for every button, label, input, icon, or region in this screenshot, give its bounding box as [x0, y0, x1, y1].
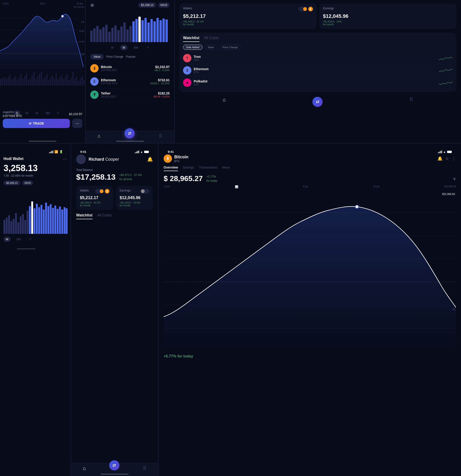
svg-rect-67: [132, 21, 135, 42]
btc-time-2: 6 pm: [303, 185, 308, 188]
total-balance-change: +$4,972.2 · 37.4% for all time: [119, 173, 142, 181]
earnings-card: Earnings $12,045.96 +$1,534.6 · 14% for …: [319, 3, 457, 29]
candle-icon[interactable]: 📊: [235, 185, 238, 188]
mini-bar-chart: [3, 187, 67, 234]
filter-value-btn[interactable]: Value: [205, 45, 217, 50]
tab-overview[interactable]: Overview: [164, 166, 178, 171]
svg-rect-55: [96, 26, 99, 42]
svg-rect-95: [41, 205, 42, 234]
eth-watchlist-info: Ethereum ETH: [194, 67, 439, 74]
tab-news[interactable]: News: [222, 166, 230, 171]
period-y-botleft[interactable]: Y: [27, 237, 34, 242]
svg-rect-62: [117, 30, 120, 42]
svg-rect-66: [129, 26, 132, 42]
expand-icon[interactable]: ∨: [453, 176, 456, 181]
home-indicator-mid: [116, 141, 144, 142]
svg-rect-78: [166, 19, 168, 42]
svg-rect-102: [57, 209, 59, 234]
bell-icon[interactable]: 🔔: [147, 156, 153, 162]
status-bar-bot-right: 9:41 ▲: [164, 148, 456, 154]
nav-grid-right[interactable]: ⠿: [409, 97, 413, 107]
svg-rect-35: [56, 73, 57, 86]
period-m-mid[interactable]: M: [120, 45, 127, 50]
svg-rect-33: [52, 75, 53, 86]
nav-home[interactable]: ⌂: [98, 133, 101, 139]
btc-time-labels: 12 pm 📊 6 pm 12 am $31,960.64: [164, 185, 456, 189]
watchlist-eth[interactable]: Ξ Ethereum ETH: [183, 64, 453, 77]
tab-watchlist[interactable]: Watchlist: [183, 36, 200, 42]
btc-chart-area: 12 pm 📊 6 pm 12 am $31,960.64: [164, 185, 456, 352]
svg-rect-61: [114, 26, 117, 42]
dots-icon[interactable]: ⋮: [452, 156, 456, 161]
svg-rect-80: [6, 218, 8, 234]
svg-rect-42: [68, 80, 70, 86]
total-balance-amount: $17,258.13: [76, 172, 116, 181]
tab-transactions[interactable]: Transactions: [199, 166, 217, 171]
filter-date-added[interactable]: Date Added: [183, 45, 202, 50]
svg-rect-18: [24, 76, 25, 86]
wallets-toggle-mid[interactable]: [95, 189, 104, 194]
svg-rect-11: [11, 79, 12, 86]
filter-price-change-btn[interactable]: Price Change: [219, 45, 241, 50]
total-balance-label: Total Balance: [76, 168, 153, 171]
nav-swap[interactable]: ⇄: [125, 128, 135, 138]
filter-price-change[interactable]: Price Change: [107, 54, 123, 60]
nav-grid-bot-mid[interactable]: ⠿: [143, 465, 146, 471]
pie-chart-icon: ⊕: [90, 2, 94, 8]
svg-rect-31: [48, 80, 50, 86]
tab-allcoins[interactable]: All Coins: [204, 36, 219, 42]
notification-icon[interactable]: 🔔: [437, 156, 443, 161]
cards-row-mid: Wallets ₿ $5,212.17 +$1,546.8 · 42.2% fo…: [76, 186, 153, 210]
svg-rect-74: [153, 21, 156, 42]
coin-item-btc[interactable]: ₿ Bitcoin 0.077091 BTC $2,232.97 +$5.3 ·…: [90, 62, 170, 75]
earnings-card-mid-header: Earnings: [120, 189, 149, 194]
wallet-name: Hodl Wallet: [3, 157, 24, 161]
svg-rect-76: [159, 20, 162, 42]
coin-item-usdt[interactable]: ₮ Tether 182.25 USDT $182.25 -$0.04 · 0.…: [90, 88, 170, 102]
nav-grid[interactable]: ⠿: [159, 133, 162, 139]
date-tag-botleft: 04/15: [22, 181, 33, 185]
period-6m-botleft[interactable]: 6M: [14, 237, 23, 242]
btc-info: Bitcoin 0.077091 BTC: [101, 65, 154, 72]
filter-popular[interactable]: Popular: [126, 54, 136, 60]
more-button[interactable]: ···: [72, 119, 82, 128]
svg-rect-86: [20, 216, 22, 234]
time-label-2: 6 pm: [40, 2, 45, 5]
nav-swap-right[interactable]: ⇄: [312, 97, 323, 107]
bar-chart-mid: [90, 10, 170, 42]
btc-name-block: Bitcoin BTC: [174, 155, 188, 163]
tab-watchlist-mid[interactable]: Watchlist: [76, 213, 92, 219]
watchlist-dot[interactable]: ● Polkadot DOT: [183, 77, 453, 89]
price-label-29k: 28.9k: [79, 30, 84, 32]
svg-rect-99: [50, 204, 52, 234]
svg-rect-91: [31, 201, 33, 234]
btc-icon: ₿: [90, 64, 99, 72]
svg-rect-105: [64, 207, 66, 234]
earnings-toggle-mid[interactable]: [141, 189, 149, 194]
earnings-card-header: Earnings: [323, 7, 453, 11]
wallets-toggle[interactable]: [299, 7, 307, 11]
tab-allcoins-mid[interactable]: All Coins: [97, 213, 112, 219]
nav-swap-bot-mid[interactable]: ⇄: [109, 460, 119, 470]
wallet-menu-icon[interactable]: ⋯: [63, 156, 67, 161]
panel-bot-right: 9:41 ▲ ₿ Bitcoin BTC 🔔 ☆: [159, 144, 461, 476]
period-m-botleft[interactable]: M: [3, 237, 11, 242]
price-date-row-botleft: $3,258.13 04/15: [3, 181, 67, 185]
period-w-mid[interactable]: W: [109, 45, 116, 50]
profile-row: Richard Cooper 🔔: [76, 154, 153, 164]
tab-savings[interactable]: Savings: [183, 166, 194, 171]
svg-rect-84: [15, 213, 17, 234]
filter-value[interactable]: Value: [90, 54, 104, 60]
nav-home-right[interactable]: ⌂: [223, 97, 226, 107]
panel-top-mid: ⊕ $3,258.13 04/15: [86, 0, 175, 143]
period-y-mid[interactable]: Y: [145, 45, 151, 50]
svg-rect-57: [102, 27, 105, 42]
star-icon[interactable]: ☆: [445, 156, 449, 161]
trade-button[interactable]: ⇄ TRADE: [3, 119, 70, 128]
price-label-25k: 25k: [81, 53, 84, 56]
nav-home-bot-mid[interactable]: ⌂: [83, 465, 86, 471]
period-6m-mid[interactable]: 6M: [132, 45, 141, 50]
watchlist-tron[interactable]: T Tron TRX: [183, 52, 453, 64]
coin-item-eth[interactable]: Ξ Ethereum 0.077091 ETH $732.61 +$139.1 …: [90, 75, 170, 88]
battery-icon: 🔋: [59, 150, 63, 153]
